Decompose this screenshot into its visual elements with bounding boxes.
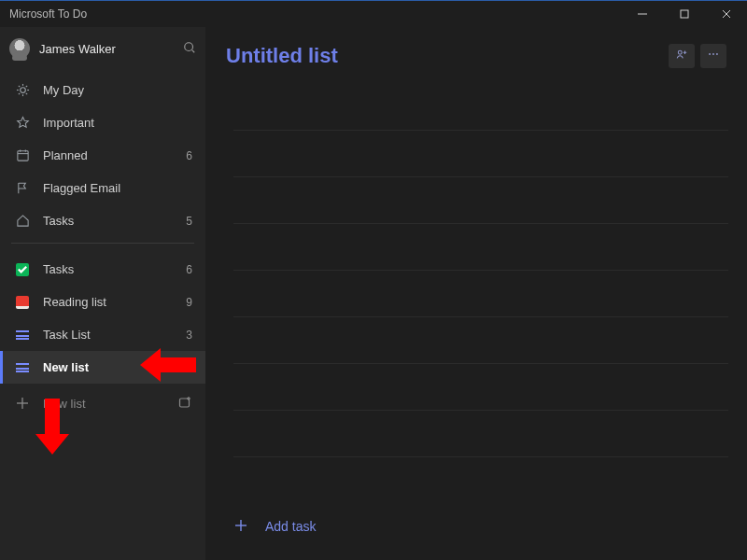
plus-icon: [13, 397, 32, 410]
svg-point-29: [716, 53, 718, 55]
sidebar-item-label: My Day: [43, 83, 84, 97]
main-panel: Untitled list: [205, 27, 747, 560]
share-icon: [675, 48, 688, 64]
svg-point-4: [185, 42, 193, 50]
task-slot: [233, 224, 728, 271]
add-task-label: Add task: [265, 519, 316, 534]
svg-rect-15: [17, 151, 27, 161]
svg-point-24: [678, 50, 682, 54]
sidebar-item-label: Task List: [43, 328, 91, 342]
svg-point-27: [709, 53, 711, 55]
task-slot: [233, 177, 728, 224]
share-button[interactable]: [669, 44, 695, 68]
task-slot: [233, 271, 728, 317]
sidebar-item-label: New list: [43, 360, 89, 374]
sidebar-item-label: Flagged Email: [43, 181, 120, 195]
sidebar-item-my-day[interactable]: My Day: [0, 74, 205, 106]
maximize-button[interactable]: [663, 1, 705, 27]
more-icon: [707, 48, 720, 64]
sidebar-item-label: Tasks: [43, 262, 74, 276]
window-controls: [621, 1, 747, 27]
sidebar-item-count: 6: [186, 149, 192, 162]
search-button[interactable]: [183, 41, 196, 57]
sidebar-item-count: 3: [186, 329, 192, 342]
annotation-arrow: [35, 399, 69, 455]
app-window: Microsoft To Do: [0, 0, 747, 560]
app-body: James Walker My Day: [0, 27, 747, 560]
list-icon: [13, 330, 32, 340]
maximize-icon: [680, 9, 689, 19]
sidebar-list-reading[interactable]: Reading list 9: [0, 286, 205, 318]
list-title[interactable]: Untitled list: [226, 44, 338, 68]
sidebar-list-tasks[interactable]: Tasks 6: [0, 253, 205, 286]
task-slot: [233, 411, 728, 457]
sidebar-item-count: 9: [186, 296, 192, 309]
svg-point-28: [712, 53, 714, 55]
minimize-icon: [638, 9, 647, 19]
titlebar: Microsoft To Do: [0, 1, 747, 27]
add-task-button[interactable]: Add task: [233, 504, 728, 549]
sidebar-list-tasklist[interactable]: Task List 3: [0, 318, 205, 351]
svg-point-6: [20, 88, 25, 93]
smart-lists: My Day Important Planned 6: [0, 70, 205, 237]
sidebar-item-count: 6: [186, 263, 192, 276]
list-icon: [13, 363, 32, 372]
task-slot: [233, 317, 728, 364]
profile-row[interactable]: James Walker: [0, 27, 205, 70]
new-group-icon: [177, 399, 192, 413]
sidebar-item-label: Important: [43, 116, 94, 130]
sidebar-divider: [11, 243, 194, 244]
sidebar-item-tasks[interactable]: Tasks 5: [0, 204, 205, 237]
close-button[interactable]: [705, 1, 747, 27]
window-title: Microsoft To Do: [9, 7, 87, 21]
svg-line-5: [192, 49, 195, 52]
plus-icon: [233, 518, 265, 536]
sidebar: James Walker My Day: [0, 27, 205, 560]
sun-icon: [13, 83, 32, 97]
svg-line-12: [25, 93, 26, 94]
svg-line-14: [25, 86, 26, 87]
new-group-button[interactable]: [177, 395, 192, 413]
sidebar-item-label: Tasks: [43, 214, 74, 228]
more-button[interactable]: [700, 44, 726, 68]
book-icon: [13, 296, 32, 309]
task-slot: [233, 131, 728, 177]
task-slot: [233, 457, 728, 504]
minimize-button[interactable]: [621, 1, 663, 27]
list-header: Untitled list: [205, 27, 747, 84]
task-area: [205, 84, 747, 504]
task-slot: [233, 84, 728, 131]
svg-rect-21: [180, 399, 190, 407]
check-square-icon: [13, 263, 32, 276]
sidebar-item-planned[interactable]: Planned 6: [0, 139, 205, 172]
flag-icon: [13, 181, 32, 195]
annotation-arrow: [140, 348, 196, 382]
sidebar-item-label: Reading list: [43, 295, 106, 309]
svg-line-11: [18, 86, 19, 87]
star-icon: [13, 116, 32, 130]
calendar-icon: [13, 148, 32, 162]
header-actions: [669, 44, 726, 68]
profile-name: James Walker: [39, 42, 116, 56]
sidebar-item-count: 5: [186, 215, 192, 228]
search-icon: [183, 43, 196, 57]
sidebar-item-flagged-email[interactable]: Flagged Email: [0, 172, 205, 204]
svg-rect-1: [681, 10, 688, 18]
home-icon: [13, 214, 32, 228]
new-list-button[interactable]: New list: [0, 384, 205, 423]
close-icon: [722, 9, 731, 19]
sidebar-item-important[interactable]: Important: [0, 106, 205, 139]
svg-line-13: [18, 93, 19, 94]
sidebar-item-label: Planned: [43, 148, 88, 162]
avatar: [9, 38, 30, 59]
task-slot: [233, 364, 728, 411]
